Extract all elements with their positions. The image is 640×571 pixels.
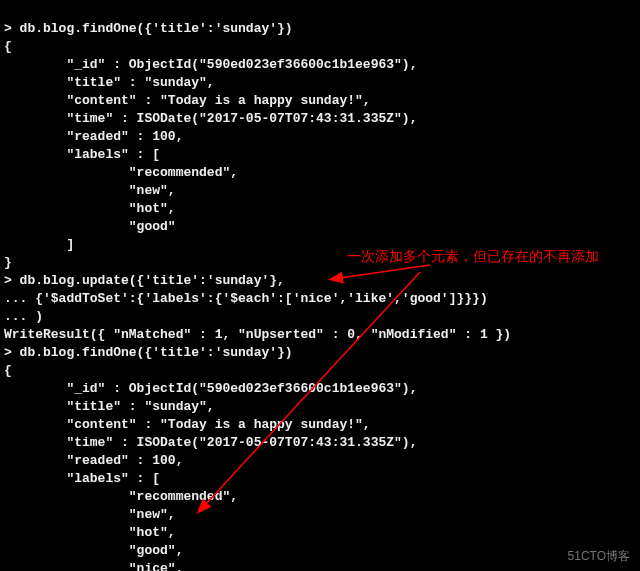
terminal-line: { [4,363,12,378]
terminal-line: "title" : "sunday", [4,399,215,414]
terminal-output[interactable]: > db.blog.findOne({'title':'sunday'}) { … [0,0,640,571]
terminal-line: > db.blog.update({'title':'sunday'}, [4,273,285,288]
terminal-line: "recommended", [4,489,238,504]
terminal-line: "content" : "Today is a happy sunday!", [4,93,371,108]
terminal-line: "nice", [4,561,183,571]
terminal-line: "_id" : ObjectId("590ed023ef36600c1b1ee9… [4,57,417,72]
terminal-line: ... ) [4,309,43,324]
terminal-line: "readed" : 100, [4,453,183,468]
terminal-line: "good" [4,219,176,234]
terminal-line: "new", [4,507,176,522]
terminal-line: "labels" : [ [4,147,160,162]
terminal-line: "time" : ISODate("2017-05-07T07:43:31.33… [4,111,417,126]
terminal-line: "time" : ISODate("2017-05-07T07:43:31.33… [4,435,417,450]
terminal-line: "recommended", [4,165,238,180]
terminal-line: > db.blog.findOne({'title':'sunday'}) [4,21,293,36]
terminal-line: "title" : "sunday", [4,75,215,90]
terminal-line: "hot", [4,525,176,540]
terminal-line: } [4,255,12,270]
terminal-line: "labels" : [ [4,471,160,486]
terminal-line: { [4,39,12,54]
terminal-line: "_id" : ObjectId("590ed023ef36600c1b1ee9… [4,381,417,396]
terminal-line: ] [4,237,74,252]
terminal-line: "new", [4,183,176,198]
terminal-line: ... {'$addToSet':{'labels':{'$each':['ni… [4,291,488,306]
terminal-line: "good", [4,543,183,558]
terminal-line: "content" : "Today is a happy sunday!", [4,417,371,432]
terminal-line: "readed" : 100, [4,129,183,144]
terminal-line: WriteResult({ "nMatched" : 1, "nUpserted… [4,327,511,342]
annotation-text: 一次添加多个元素，但已存在的不再添加 [347,247,599,265]
terminal-line: > db.blog.findOne({'title':'sunday'}) [4,345,293,360]
watermark: 51CTO博客 [568,547,630,565]
terminal-line: "hot", [4,201,176,216]
